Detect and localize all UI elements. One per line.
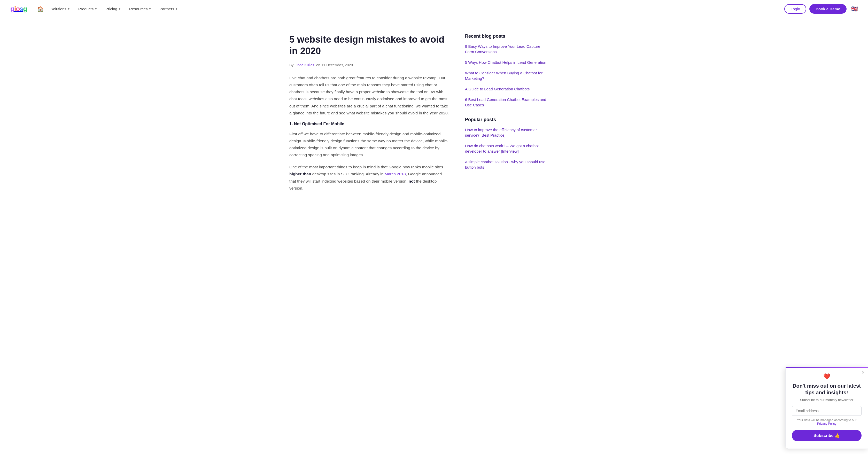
book-demo-button[interactable]: Book a Demo bbox=[809, 4, 846, 14]
nav-item-pricing[interactable]: Pricing ▼ bbox=[102, 5, 125, 13]
language-flag[interactable]: 🇬🇧 bbox=[851, 6, 858, 12]
chevron-down-icon: ▼ bbox=[175, 7, 178, 10]
nav-actions: Login Book a Demo 🇬🇧 bbox=[784, 4, 858, 14]
chevron-down-icon: ▼ bbox=[95, 7, 97, 10]
nav-item-solutions[interactable]: Solutions ▼ bbox=[47, 5, 74, 13]
main-article: 5 website design mistakes to avoid in 20… bbox=[289, 34, 450, 197]
nav-item-resources[interactable]: Resources ▼ bbox=[126, 5, 155, 13]
sidebar-recent-link-3[interactable]: What to Consider When Buying a Chatbot f… bbox=[465, 70, 548, 81]
login-button[interactable]: Login bbox=[784, 4, 806, 14]
article-meta: By Linda Kullas, on 11 December, 2020 bbox=[289, 63, 450, 67]
chevron-down-icon: ▼ bbox=[67, 7, 70, 10]
sidebar-recent-link-1[interactable]: 9 Easy Ways to Improve Your Lead Capture… bbox=[465, 44, 548, 55]
bold-higher-than: higher than bbox=[289, 172, 311, 176]
author-link[interactable]: Linda Kullas bbox=[294, 63, 314, 67]
sidebar-recent-link-5[interactable]: 6 Best Lead Generation Chatbot Examples … bbox=[465, 97, 548, 108]
recent-posts-heading: Recent blog posts bbox=[465, 34, 548, 39]
sidebar-recent-link-4[interactable]: A Guide to Lead Generation Chatbots bbox=[465, 86, 548, 92]
sidebar-popular-link-2[interactable]: How do chatbots work? – We got a chatbot… bbox=[465, 143, 548, 154]
chevron-down-icon: ▼ bbox=[149, 7, 151, 10]
march-2018-link[interactable]: March 2018 bbox=[385, 172, 406, 176]
chevron-down-icon: ▼ bbox=[118, 7, 121, 10]
nav-item-products[interactable]: Products ▼ bbox=[75, 5, 101, 13]
article-para-3: One of the most important things to keep… bbox=[289, 163, 450, 192]
nav-home-icon[interactable]: 🏠 bbox=[37, 6, 44, 12]
article-title: 5 website design mistakes to avoid in 20… bbox=[289, 34, 450, 57]
article-body: Live chat and chatbots are both great fe… bbox=[289, 74, 450, 192]
bold-not: not bbox=[409, 179, 415, 183]
sidebar-recent-section: Recent blog posts 9 Easy Ways to Improve… bbox=[465, 34, 548, 108]
sidebar: Recent blog posts 9 Easy Ways to Improve… bbox=[465, 34, 548, 197]
article-para-1: Live chat and chatbots are both great fe… bbox=[289, 74, 450, 117]
navbar: giosg 🏠 Solutions ▼ Products ▼ Pricing ▼… bbox=[0, 0, 868, 18]
nav-item-partners[interactable]: Partners ▼ bbox=[156, 5, 181, 13]
sidebar-popular-section: Popular posts How to improve the efficie… bbox=[465, 117, 548, 170]
popular-posts-heading: Popular posts bbox=[465, 117, 548, 122]
section-heading-1: 1. Not Optimised For Mobile bbox=[289, 122, 450, 126]
page-content: 5 website design mistakes to avoid in 20… bbox=[279, 18, 589, 212]
nav-items: 🏠 Solutions ▼ Products ▼ Pricing ▼ Resou… bbox=[37, 5, 784, 13]
sidebar-popular-link-3[interactable]: A simple chatbot solution - why you shou… bbox=[465, 159, 548, 170]
logo[interactable]: giosg bbox=[10, 5, 37, 13]
article-para-2: First off we have to differentiate betwe… bbox=[289, 130, 450, 159]
sidebar-recent-link-2[interactable]: 5 Ways How Chatbot Helps in Lead Generat… bbox=[465, 60, 548, 65]
sidebar-popular-link-1[interactable]: How to improve the efficiency of custome… bbox=[465, 127, 548, 138]
